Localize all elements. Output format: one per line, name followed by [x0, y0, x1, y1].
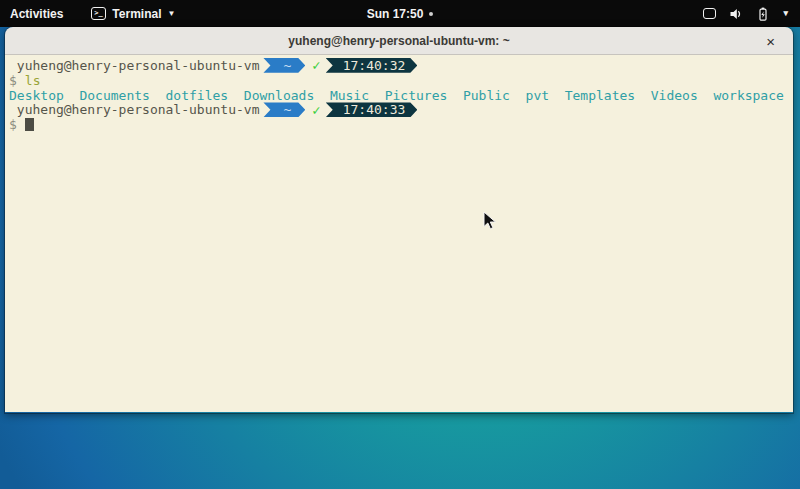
- command-text: ls: [25, 73, 41, 88]
- notification-dot-icon: [429, 12, 433, 16]
- app-menu-label: Terminal: [112, 7, 161, 21]
- check-icon: ✓: [312, 102, 320, 118]
- activities-button[interactable]: Activities: [0, 0, 73, 27]
- terminal-window: yuheng@henry-personal-ubuntu-vm: ~ × yuh…: [5, 27, 793, 413]
- prompt-time-segment: 17:40:32: [326, 58, 418, 73]
- battery-charging-icon: [756, 7, 770, 21]
- prompt-path: ~: [283, 58, 291, 73]
- input-line: $: [9, 117, 793, 132]
- top-bar: Activities >_ Terminal ▼ Sun 17:50 ▾: [0, 0, 800, 27]
- prompt-path-segment: ~: [263, 102, 305, 117]
- prompt-path: ~: [283, 102, 291, 117]
- system-status-menu[interactable]: ▾: [691, 0, 800, 27]
- app-menu-terminal[interactable]: >_ Terminal ▼: [87, 0, 179, 27]
- terminal-app-icon: >_: [91, 7, 106, 20]
- prompt-symbol: $: [9, 117, 17, 132]
- terminal-cursor: [25, 118, 34, 131]
- terminal-screen[interactable]: yuheng@henry-personal-ubuntu-vm ~ ✓ 17:4…: [5, 55, 793, 412]
- mouse-cursor: [483, 211, 497, 232]
- top-bar-left: Activities >_ Terminal ▼: [0, 0, 179, 27]
- clock-label: Sun 17:50: [367, 7, 424, 21]
- ls-output: Desktop Documents dotfiles Downloads Mus…: [9, 88, 793, 103]
- prompt-user: yuheng@henry-personal-ubuntu-vm: [9, 102, 259, 117]
- terminal-app-icon-glyph: >_: [94, 10, 102, 17]
- command-line: $ ls: [9, 73, 793, 88]
- close-button[interactable]: ×: [766, 27, 775, 55]
- prompt-line-2: yuheng@henry-personal-ubuntu-vm ~ ✓ 17:4…: [9, 102, 793, 117]
- window-titlebar[interactable]: yuheng@henry-personal-ubuntu-vm: ~ ×: [5, 27, 793, 55]
- chevron-down-icon: ▾: [783, 9, 788, 18]
- prompt-time: 17:40:32: [343, 58, 406, 73]
- prompt-line-1: yuheng@henry-personal-ubuntu-vm ~ ✓ 17:4…: [9, 58, 793, 73]
- prompt-user: yuheng@henry-personal-ubuntu-vm: [9, 58, 259, 73]
- volume-icon: [729, 7, 743, 21]
- window-title: yuheng@henry-personal-ubuntu-vm: ~: [288, 34, 509, 48]
- prompt-time-segment: 17:40:33: [326, 102, 418, 117]
- prompt-path-segment: ~: [263, 58, 305, 73]
- screen-icon: [703, 8, 716, 19]
- prompt-symbol: $: [9, 73, 17, 88]
- check-icon: ✓: [312, 57, 320, 73]
- chevron-down-icon: ▼: [167, 10, 175, 18]
- prompt-time: 17:40:33: [343, 102, 406, 117]
